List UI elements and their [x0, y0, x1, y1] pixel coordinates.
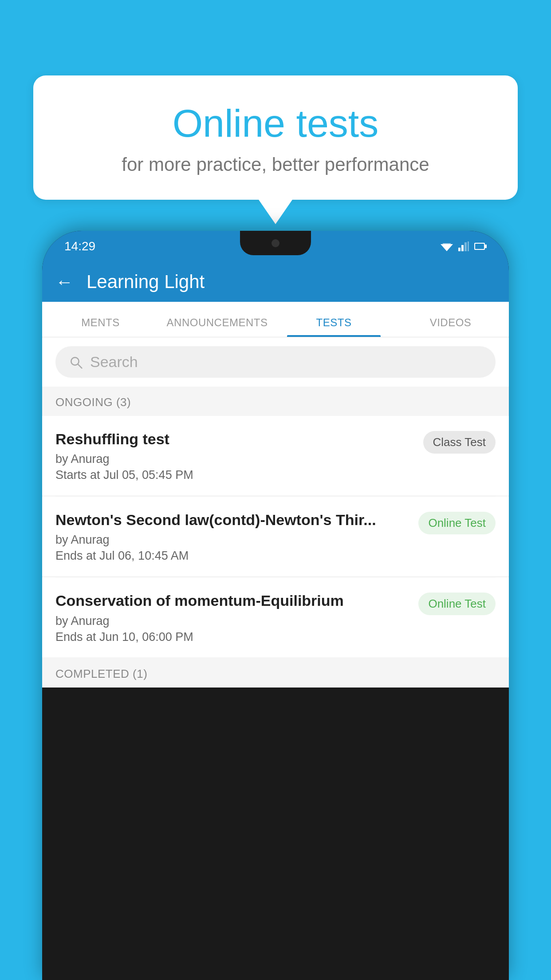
- test-badge-online: Online Test: [418, 512, 496, 534]
- test-item-date: Ends at Jul 06, 10:45 AM: [55, 549, 409, 563]
- test-item[interactable]: Reshuffling test by Anurag Starts at Jul…: [42, 416, 509, 495]
- test-item-content: Reshuffling test by Anurag Starts at Jul…: [55, 429, 414, 482]
- test-item-title: Conservation of momentum-Equilibrium: [55, 591, 409, 610]
- bubble-title: Online tests: [55, 102, 496, 145]
- tab-tests[interactable]: TESTS: [276, 316, 392, 337]
- signal-icon: [458, 241, 469, 251]
- tab-videos[interactable]: VIDEOS: [392, 316, 509, 337]
- section-ongoing-label: ONGOING (3): [42, 387, 509, 416]
- tab-announcements[interactable]: ANNOUNCEMENTS: [159, 316, 276, 337]
- svg-rect-7: [485, 245, 487, 248]
- section-completed-label: COMPLETED (1): [42, 658, 509, 688]
- test-item-content: Newton's Second law(contd)-Newton's Thir…: [55, 510, 409, 563]
- back-button[interactable]: ←: [55, 272, 73, 292]
- search-placeholder: Search: [90, 353, 138, 371]
- svg-rect-3: [461, 245, 464, 251]
- tab-ments[interactable]: MENTS: [42, 316, 159, 337]
- speech-bubble: Online tests for more practice, better p…: [33, 75, 518, 200]
- test-item-content: Conservation of momentum-Equilibrium by …: [55, 591, 409, 644]
- svg-rect-8: [475, 244, 484, 249]
- svg-rect-5: [468, 241, 469, 251]
- status-icons: [441, 241, 487, 251]
- status-bar: 14:29: [42, 231, 509, 262]
- test-item-author: by Anurag: [55, 614, 409, 628]
- test-item[interactable]: Newton's Second law(contd)-Newton's Thir…: [42, 497, 509, 576]
- test-badge-online: Online Test: [418, 593, 496, 615]
- test-item[interactable]: Conservation of momentum-Equilibrium by …: [42, 577, 509, 657]
- svg-rect-4: [464, 242, 467, 251]
- search-input-wrapper[interactable]: Search: [55, 346, 496, 378]
- test-badge-class: Class Test: [423, 431, 496, 454]
- test-item-date: Starts at Jul 05, 05:45 PM: [55, 468, 414, 482]
- test-item-title: Reshuffling test: [55, 429, 414, 449]
- tabs-bar: MENTS ANNOUNCEMENTS TESTS VIDEOS: [42, 302, 509, 337]
- search-icon: [69, 355, 83, 369]
- test-item-title: Newton's Second law(contd)-Newton's Thir…: [55, 510, 409, 530]
- search-bar: Search: [42, 337, 509, 387]
- svg-line-10: [78, 364, 82, 368]
- svg-rect-2: [458, 248, 460, 251]
- bubble-subtitle: for more practice, better performance: [55, 154, 496, 175]
- battery-icon: [474, 241, 487, 251]
- app-header: ← Learning Light: [42, 262, 509, 302]
- phone-content: Search ONGOING (3) Reshuffling test by A…: [42, 337, 509, 688]
- wifi-icon: [441, 241, 453, 251]
- phone-frame: 14:29 ← Lea: [42, 231, 509, 980]
- status-time: 14:29: [64, 239, 95, 253]
- test-item-author: by Anurag: [55, 452, 414, 466]
- app-title: Learning Light: [87, 271, 205, 292]
- notch: [240, 231, 311, 255]
- camera-dot: [272, 239, 279, 247]
- test-item-date: Ends at Jun 10, 06:00 PM: [55, 630, 409, 644]
- test-item-author: by Anurag: [55, 533, 409, 547]
